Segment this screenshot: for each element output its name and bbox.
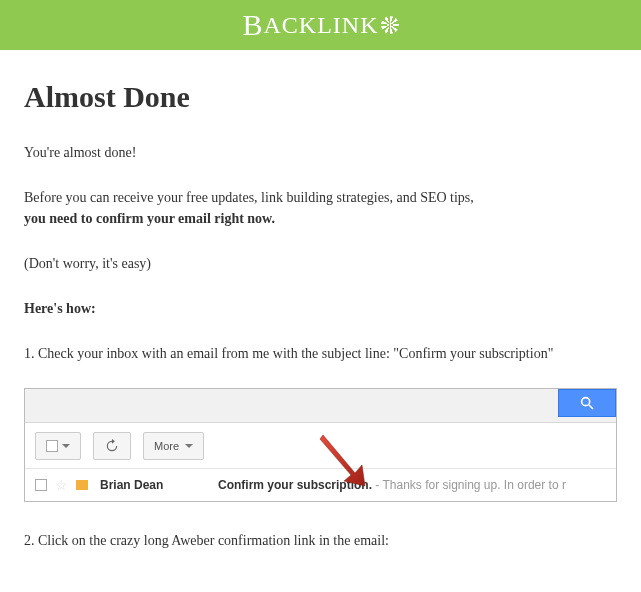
more-label: More bbox=[154, 440, 179, 452]
page-title: Almost Done bbox=[24, 80, 617, 114]
logo-text: ACKLINK bbox=[264, 12, 379, 39]
confirm-bold: you need to confirm your email right now… bbox=[24, 211, 275, 226]
header: BACKLINK bbox=[0, 0, 641, 50]
before-confirm-text: Before you can receive your free updates… bbox=[24, 187, 617, 229]
refresh-icon bbox=[105, 439, 119, 453]
email-preview: Thanks for signing up. In order to r bbox=[382, 478, 565, 492]
heres-how-label: Here's how: bbox=[24, 298, 617, 319]
gmail-search-button bbox=[558, 389, 616, 417]
caret-down-icon bbox=[62, 444, 70, 448]
star-icon: ☆ bbox=[55, 477, 68, 493]
gmail-more-button: More bbox=[143, 432, 204, 460]
logo-spinner-icon bbox=[381, 16, 399, 34]
before-text: Before you can receive your free updates… bbox=[24, 190, 474, 205]
gmail-email-row: ☆ Brian Dean Confirm your subscription. … bbox=[25, 469, 616, 501]
email-sender: Brian Dean bbox=[100, 478, 218, 492]
gmail-top-bar bbox=[25, 389, 616, 423]
search-icon bbox=[579, 395, 595, 411]
gmail-refresh-button bbox=[93, 432, 131, 460]
svg-line-1 bbox=[589, 405, 593, 409]
email-preview-sep: - bbox=[372, 478, 382, 492]
checkbox-icon bbox=[46, 440, 58, 452]
email-subject: Confirm your subscription. bbox=[218, 478, 372, 492]
logo: BACKLINK bbox=[242, 8, 398, 42]
intro-text: You're almost done! bbox=[24, 142, 617, 163]
email-subject-line: Confirm your subscription. - Thanks for … bbox=[218, 478, 566, 492]
label-tag-icon bbox=[76, 480, 88, 490]
caret-down-icon bbox=[185, 444, 193, 448]
gmail-screenshot: More ☆ Brian Dean Confirm your subscript… bbox=[24, 388, 617, 502]
dont-worry-text: (Don't worry, it's easy) bbox=[24, 253, 617, 274]
step-2-text: 2. Click on the crazy long Aweber confir… bbox=[24, 530, 617, 551]
row-checkbox-icon bbox=[35, 479, 47, 491]
step-1-text: 1. Check your inbox with an email from m… bbox=[24, 343, 617, 364]
gmail-toolbar: More bbox=[25, 423, 616, 469]
logo-letter-b: B bbox=[242, 8, 263, 42]
svg-point-0 bbox=[582, 398, 590, 406]
gmail-select-button bbox=[35, 432, 81, 460]
main-content: Almost Done You're almost done! Before y… bbox=[0, 50, 641, 592]
